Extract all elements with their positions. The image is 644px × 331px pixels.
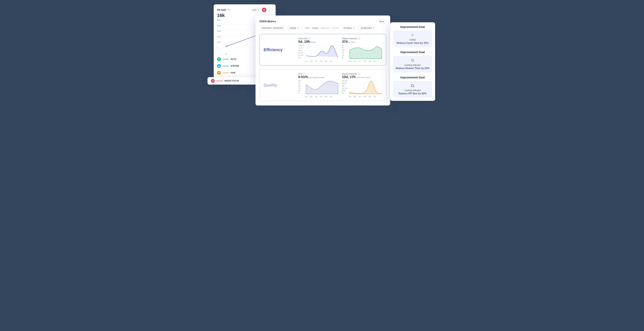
svg-point-41 <box>413 86 414 87</box>
info-icon[interactable]: i <box>358 73 360 75</box>
dora-panel: DORA Metrics Share 02/10/2023 - 04/10/20… <box>256 16 390 106</box>
svg-point-39 <box>411 84 412 85</box>
pr-size-title: PR SIZE ? <box>217 8 230 11</box>
cycle-time-metric: Cycle Timei 5d, 10hMedian 13d, 21h 11d, … <box>298 38 338 62</box>
help-icon[interactable]: ? <box>227 8 230 11</box>
gauge-icon <box>217 71 221 75</box>
target-icon <box>211 79 214 83</box>
efficiency-block: Efficiency Cycle Timei 5d, 10hMedian 13d… <box>260 34 386 66</box>
svg-point-2 <box>264 10 264 10</box>
goal-card-review[interactable]: Leading indicator Reduce Review Time by … <box>393 56 432 72</box>
filter-people[interactable]: People <box>312 27 318 29</box>
more-button[interactable] <box>268 8 272 12</box>
svg-point-9 <box>226 46 227 47</box>
deploy-frequency-chart: 500 400 300 200 100 0m Nov Dec Jan Feb M… <box>342 44 382 62</box>
svg-point-37 <box>412 59 413 61</box>
chevron-down-icon <box>297 28 298 28</box>
info-icon[interactable]: i <box>358 38 360 40</box>
goal-card-prsize[interactable]: Leading indicator Reduce PR Size by 60% <box>393 81 432 98</box>
default-dropdown[interactable]: Default <box>288 26 300 30</box>
quality-block: Quality CFRi 6.51%Avg change failure rat… <box>260 69 386 101</box>
deploy-frequency-metric: Deploy Frequencyi 374per month 500 400 3… <box>342 38 382 62</box>
avg-dropdown[interactable]: AVG <box>251 8 260 12</box>
goal-heading: Improvement Goal <box>393 51 432 54</box>
mttr-metric: Deploy Frequencyi 10d, 17hMean time to r… <box>342 73 382 97</box>
teams-dropdown[interactable]: All Teams <box>341 26 356 30</box>
goal-heading: Improvement Goal <box>393 26 432 29</box>
search-icon <box>396 58 430 62</box>
cycle-time-chart: 13d, 21h 11d, 3h 8d, 8h 5d, 13h 2d, 19h … <box>298 44 338 62</box>
svg-line-38 <box>413 61 414 62</box>
chevron-down-icon <box>353 28 354 28</box>
forward-icon <box>396 33 430 37</box>
target-button[interactable] <box>262 8 266 12</box>
members-dropdown[interactable]: All Members <box>358 26 376 30</box>
chevron-down-icon <box>258 10 259 10</box>
share-button[interactable]: Share <box>377 20 386 24</box>
mttr-chart: 41d, 16h 33d, 8h 25d 16d, 16h 8d,8h 0m N… <box>342 80 382 97</box>
target-icon <box>263 9 266 11</box>
filter-service[interactable]: Service <box>332 27 339 29</box>
cfr-chart: 10% 8% 6% 4% 2% 0 Nov Dec Jan Feb Mar Ap… <box>298 80 338 97</box>
svg-point-12 <box>212 81 213 81</box>
pull-request-icon <box>396 84 430 88</box>
info-icon[interactable]: i <box>303 73 305 75</box>
info-icon[interactable]: i <box>308 38 310 40</box>
trophy-icon <box>217 57 221 61</box>
svg-point-40 <box>411 86 412 87</box>
filter-repository[interactable]: Repository <box>320 27 330 29</box>
goals-panel: Improvement Goal DORA Reduce Cycle Time … <box>390 22 435 101</box>
goal-card-dora[interactable]: DORA Reduce Cycle Time by 15% <box>393 30 432 47</box>
goal-heading: Improvement Goal <box>393 76 432 79</box>
date-range-picker[interactable]: 02/10/2023 - 04/10/2023 <box>260 26 286 30</box>
thumbs-up-icon <box>217 64 221 68</box>
dora-title: DORA Metrics <box>260 20 276 23</box>
cfr-metric: CFRi 6.51%Avg change failure rate 10% 8%… <box>298 73 338 97</box>
chevron-down-icon <box>373 28 374 28</box>
